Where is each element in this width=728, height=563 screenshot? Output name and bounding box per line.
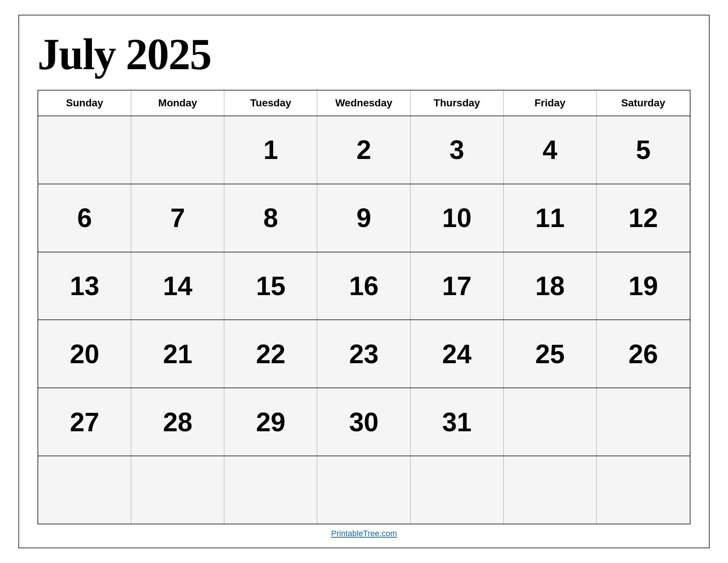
- day-cell-23: 23: [317, 320, 410, 387]
- week-row-5: 2728293031: [38, 388, 690, 456]
- day-cell-8: 8: [224, 184, 317, 252]
- footer-link[interactable]: PrintableTree.com: [331, 529, 397, 538]
- day-cell-11: 11: [504, 184, 597, 252]
- day-cell-17: 17: [411, 252, 504, 320]
- day-cell-empty: [131, 116, 224, 184]
- day-number: 28: [163, 409, 192, 435]
- week-row-4: 20212223242526: [38, 320, 690, 388]
- calendar-title: July 2025: [38, 30, 690, 79]
- day-number: 16: [349, 273, 378, 299]
- day-number: 25: [535, 341, 565, 367]
- day-cell-empty: [411, 456, 504, 524]
- week-row-3: 13141516171819: [38, 252, 690, 321]
- day-number: 1: [263, 137, 278, 163]
- weeks-container: 1234567891011121314151617181920212223242…: [38, 116, 690, 524]
- day-cell-28: 28: [131, 388, 224, 456]
- day-number: 13: [70, 273, 99, 299]
- day-header-monday: Monday: [131, 91, 224, 116]
- day-number: 2: [356, 137, 371, 163]
- day-cell-empty: [38, 456, 131, 524]
- day-cell-empty: [38, 116, 131, 184]
- day-number: 11: [535, 205, 565, 231]
- day-cell-21: 21: [131, 320, 224, 387]
- week-row-6: [38, 456, 690, 524]
- day-cell-15: 15: [224, 252, 317, 320]
- day-header-tuesday: Tuesday: [224, 91, 317, 116]
- day-cell-24: 24: [411, 320, 504, 387]
- day-number: 9: [356, 205, 371, 231]
- day-number: 12: [628, 205, 658, 231]
- week-row-1: 12345: [38, 116, 690, 184]
- day-number: 19: [628, 273, 658, 299]
- day-number: 29: [256, 409, 285, 435]
- day-header-wednesday: Wednesday: [317, 91, 410, 116]
- day-number: 26: [628, 341, 658, 367]
- day-cell-25: 25: [504, 320, 597, 387]
- day-header-friday: Friday: [504, 91, 597, 116]
- day-cell-20: 20: [38, 320, 131, 387]
- day-number: 5: [636, 137, 650, 163]
- day-number: 7: [170, 205, 185, 231]
- day-cell-27: 27: [38, 388, 131, 456]
- day-cell-3: 3: [411, 116, 504, 184]
- day-cell-18: 18: [504, 252, 597, 320]
- day-cell-empty: [504, 456, 597, 524]
- day-number: 6: [77, 205, 92, 231]
- day-number: 20: [70, 341, 99, 367]
- day-number: 18: [535, 273, 565, 299]
- day-cell-empty: [504, 388, 597, 456]
- day-cell-empty: [131, 456, 224, 524]
- calendar-page: July 2025 SundayMondayTuesdayWednesdayTh…: [18, 15, 710, 548]
- day-number: 8: [263, 205, 278, 231]
- day-cell-6: 6: [38, 184, 131, 252]
- day-cell-16: 16: [317, 252, 410, 320]
- day-cell-empty: [224, 456, 317, 524]
- day-number: 10: [442, 205, 472, 231]
- day-cell-2: 2: [317, 116, 410, 184]
- day-cell-13: 13: [38, 252, 131, 320]
- day-cell-empty: [597, 388, 690, 456]
- day-number: 4: [543, 137, 557, 163]
- day-cell-10: 10: [411, 184, 504, 252]
- day-number: 24: [442, 341, 472, 367]
- day-header-sunday: Sunday: [38, 91, 131, 116]
- day-cell-31: 31: [411, 388, 504, 456]
- day-cell-30: 30: [317, 388, 410, 456]
- day-cell-29: 29: [224, 388, 317, 456]
- calendar-grid: SundayMondayTuesdayWednesdayThursdayFrid…: [38, 90, 690, 524]
- footer: PrintableTree.com: [38, 524, 690, 540]
- day-cell-9: 9: [317, 184, 410, 252]
- day-number: 17: [442, 273, 472, 299]
- day-cell-26: 26: [597, 320, 690, 387]
- day-cell-22: 22: [224, 320, 317, 387]
- day-headers-row: SundayMondayTuesdayWednesdayThursdayFrid…: [38, 91, 690, 116]
- day-cell-1: 1: [224, 116, 317, 184]
- day-cell-12: 12: [597, 184, 690, 252]
- day-cell-19: 19: [597, 252, 690, 320]
- week-row-2: 6789101112: [38, 184, 690, 252]
- day-cell-14: 14: [131, 252, 224, 320]
- day-number: 21: [163, 341, 192, 367]
- day-number: 14: [163, 273, 192, 299]
- day-cell-4: 4: [504, 116, 597, 184]
- day-header-thursday: Thursday: [411, 91, 504, 116]
- day-cell-7: 7: [131, 184, 224, 252]
- day-cell-5: 5: [597, 116, 690, 184]
- day-number: 22: [256, 341, 285, 367]
- day-number: 30: [349, 409, 378, 435]
- day-number: 15: [256, 273, 285, 299]
- day-number: 3: [450, 137, 464, 163]
- day-number: 27: [70, 409, 99, 435]
- day-header-saturday: Saturday: [597, 91, 690, 116]
- day-number: 23: [349, 341, 378, 367]
- day-cell-empty: [317, 456, 410, 524]
- day-number: 31: [442, 409, 472, 435]
- day-cell-empty: [597, 456, 690, 524]
